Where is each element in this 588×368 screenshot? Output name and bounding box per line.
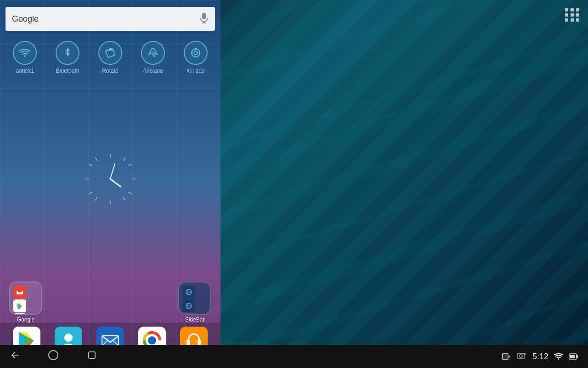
- wallpaper-stripes: [220, 0, 588, 368]
- bluetooth-icon-circle: [56, 41, 79, 65]
- sidebar-icon-1: [182, 286, 195, 299]
- wifi-icon-circle: [13, 41, 37, 65]
- back-button[interactable]: [9, 350, 20, 363]
- svg-line-30: [123, 197, 125, 201]
- grid-dot: [576, 8, 579, 12]
- apps-grid-button[interactable]: [565, 8, 580, 22]
- folder-gmail-icon: [13, 286, 26, 299]
- grid-dot: [565, 8, 568, 12]
- grid-dot: [565, 13, 568, 17]
- svg-point-70: [520, 355, 522, 357]
- bluetooth-icon: [61, 46, 74, 59]
- wallpaper: [220, 0, 588, 368]
- rotate-icon-circle: [98, 41, 122, 65]
- clock-face: [80, 149, 140, 209]
- grid-dot: [576, 18, 579, 22]
- svg-line-29: [95, 197, 97, 201]
- screenshot-icon: [517, 351, 527, 362]
- left-panel: Google anttek1: [0, 0, 220, 368]
- quick-btn-rotate[interactable]: Rotate: [90, 41, 130, 74]
- svg-line-32: [110, 179, 121, 187]
- home-button[interactable]: [48, 350, 59, 363]
- app-folders-row: Google: [0, 280, 220, 323]
- svg-line-27: [89, 164, 92, 166]
- recents-button[interactable]: [86, 350, 97, 363]
- rotate-icon: [104, 46, 117, 59]
- clock-time: 5:12: [532, 352, 548, 362]
- rotate-label: Rotate: [102, 68, 118, 74]
- quick-settings-row: anttek1 Bluetooth Rotate: [0, 36, 220, 78]
- folder-google[interactable]: Google: [6, 282, 46, 323]
- quick-btn-airplane[interactable]: Airplane: [133, 41, 173, 74]
- svg-rect-69: [518, 353, 524, 359]
- airplane-icon: [147, 46, 159, 59]
- airplane-label: Airplane: [143, 68, 163, 74]
- killapps-label: Kill app: [187, 68, 204, 74]
- svg-rect-68: [509, 356, 510, 357]
- airplane-icon-circle: [141, 41, 165, 65]
- svg-rect-65: [89, 352, 95, 358]
- grid-dot: [571, 18, 574, 22]
- killapps-icon: [189, 46, 202, 59]
- svg-line-24: [123, 157, 125, 161]
- status-wifi-icon: [554, 352, 563, 361]
- svg-rect-10: [202, 13, 206, 19]
- grid-dot: [571, 8, 574, 12]
- svg-line-31: [128, 192, 132, 194]
- quick-btn-wifi[interactable]: anttek1: [5, 41, 45, 74]
- folder-sidebar[interactable]: SideBar: [175, 282, 215, 323]
- google-folder-icon: [9, 282, 42, 315]
- sidebar-folder-icon: [178, 282, 211, 315]
- svg-line-26: [95, 157, 97, 161]
- clock-widget: [0, 78, 220, 280]
- folder-playstore-icon: [13, 299, 26, 312]
- killapps-icon-circle: [184, 41, 208, 65]
- google-folder-label: Google: [17, 316, 35, 323]
- quick-btn-bluetooth[interactable]: Bluetooth: [47, 41, 88, 74]
- svg-rect-72: [577, 355, 578, 358]
- grid-dot: [565, 18, 568, 22]
- sidebar-folder-label: SideBar: [185, 316, 205, 323]
- folder-chrome-icon: [13, 313, 26, 315]
- svg-line-25: [128, 164, 132, 166]
- svg-line-33: [110, 164, 115, 179]
- svg-line-8: [220, 0, 542, 46]
- tablet-icon: [501, 351, 511, 362]
- wifi-label: anttek1: [16, 68, 34, 74]
- grid-dot: [571, 13, 574, 17]
- search-label: Google: [12, 14, 39, 24]
- svg-rect-67: [503, 354, 508, 359]
- nav-buttons: [9, 350, 97, 363]
- svg-point-61: [148, 336, 156, 345]
- status-bar: 5:12: [501, 351, 579, 362]
- svg-point-55: [64, 334, 73, 342]
- svg-point-64: [49, 351, 58, 360]
- bluetooth-label: Bluetooth: [56, 68, 79, 74]
- google-search-bar[interactable]: Google: [6, 7, 215, 31]
- sidebar-icon-2: [182, 299, 195, 312]
- svg-point-15: [194, 51, 198, 55]
- wifi-icon: [18, 46, 31, 59]
- quick-btn-killapps[interactable]: Kill app: [175, 41, 216, 74]
- svg-rect-62: [187, 339, 190, 345]
- battery-icon: [569, 353, 579, 360]
- svg-line-1: [220, 23, 588, 161]
- svg-rect-63: [198, 339, 201, 345]
- mic-icon[interactable]: [199, 12, 209, 26]
- grid-dot: [576, 13, 579, 17]
- navigation-bar: 5:12: [0, 345, 588, 368]
- svg-rect-57: [102, 335, 119, 346]
- svg-rect-73: [570, 355, 575, 358]
- svg-line-28: [89, 192, 92, 194]
- sidebar-icon-3: [182, 313, 195, 315]
